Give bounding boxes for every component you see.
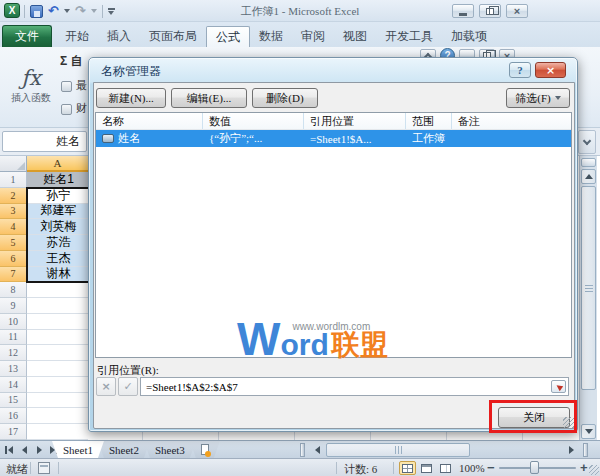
select-all-corner[interactable]	[0, 156, 27, 172]
cell-a12[interactable]	[27, 345, 90, 361]
column-header-comment[interactable]: 备注	[452, 113, 571, 129]
window-resize-grip[interactable]	[589, 465, 599, 475]
new-name-button[interactable]: 新建(N)...	[96, 88, 166, 108]
cell-a16[interactable]	[27, 408, 90, 424]
scroll-down-button[interactable]	[581, 424, 596, 439]
name-box[interactable]: 姓名	[2, 131, 87, 152]
minimize-button[interactable]	[452, 4, 474, 18]
tab-formulas[interactable]: 公式	[206, 26, 250, 47]
tab-file[interactable]: 文件	[2, 25, 52, 47]
separator	[393, 462, 394, 474]
zoom-out-icon[interactable]: −	[487, 460, 495, 475]
dialog-close-icon[interactable]: ×	[535, 62, 566, 78]
financial-button[interactable]: 财	[61, 101, 87, 116]
filter-button[interactable]: 筛选(F)	[506, 88, 570, 108]
row-header[interactable]: 7	[0, 267, 27, 283]
close-button[interactable]: ×	[506, 4, 528, 18]
tab-splitter[interactable]	[300, 443, 305, 457]
tab-data[interactable]: 数据	[250, 26, 292, 47]
hscroll-thumb[interactable]	[326, 443, 470, 457]
tab-page-layout[interactable]: 页面布局	[140, 26, 206, 47]
column-header-a[interactable]: A	[27, 156, 89, 172]
tab-home[interactable]: 开始	[56, 26, 98, 47]
names-list[interactable]: 名称 数值 引用位置 范围 备注 姓名 {“孙宁”;“... =Sheet1!$…	[95, 112, 572, 358]
sheet-tabs: Sheet1 Sheet2 Sheet3	[58, 441, 220, 458]
entry-value-cell: {“孙宁”;“...	[203, 130, 304, 147]
dialog-help-button[interactable]: ?	[509, 62, 531, 78]
tab-developer[interactable]: 开发工具	[376, 26, 442, 47]
row-header[interactable]: 1	[0, 172, 27, 188]
sheet-row: 17	[0, 424, 90, 440]
sheet-row: 15	[0, 393, 90, 409]
row-header[interactable]: 11	[0, 330, 27, 346]
cell-a8[interactable]	[27, 282, 90, 298]
row-header[interactable]: 8	[0, 282, 27, 298]
scroll-up-button[interactable]	[581, 169, 596, 184]
collapse-dialog-icon[interactable]	[551, 380, 566, 393]
column-header-refers-to[interactable]: 引用位置	[304, 113, 406, 129]
autosum-button[interactable]: Σ 自	[60, 53, 83, 70]
zoom-slider-thumb[interactable]	[530, 461, 539, 474]
column-header-scope[interactable]: 范围	[406, 113, 452, 129]
row-header[interactable]: 15	[0, 393, 27, 409]
row-header[interactable]: 12	[0, 345, 27, 361]
hscroll-right-button[interactable]	[564, 443, 578, 457]
zoom-in-icon[interactable]: +	[580, 460, 588, 475]
cell-a15[interactable]	[27, 393, 90, 409]
column-header-value[interactable]: 数值	[203, 113, 304, 129]
page-layout-view-icon[interactable]	[418, 461, 435, 475]
tab-sheet3[interactable]: Sheet3	[144, 441, 196, 458]
refers-to-input[interactable]: =Sheet1!$A$2:$A$7	[140, 377, 569, 396]
cell-a13[interactable]	[27, 361, 90, 377]
cell-a14[interactable]	[27, 377, 90, 393]
record-macro-icon[interactable]	[38, 462, 50, 474]
tab-sheet1[interactable]: Sheet1	[52, 441, 104, 458]
tab-view[interactable]: 视图	[334, 26, 376, 47]
entry-name-cell: 姓名	[96, 130, 203, 147]
restore-button[interactable]	[479, 4, 501, 18]
recently-used-button[interactable]: 最	[61, 78, 87, 93]
tab-insert[interactable]: 插入	[98, 26, 140, 47]
first-sheet-icon[interactable]	[3, 443, 15, 456]
cell-a10[interactable]	[27, 314, 90, 330]
normal-view-icon[interactable]	[399, 461, 416, 475]
delete-name-button[interactable]: 删除(D)	[252, 88, 318, 108]
row-header[interactable]: 14	[0, 377, 27, 393]
insert-function-button[interactable]: ƒx 插入函数	[4, 51, 58, 122]
row-header[interactable]: 13	[0, 361, 27, 377]
cell-a9[interactable]	[27, 298, 90, 314]
row-header[interactable]: 5	[0, 235, 27, 251]
split-handle[interactable]	[581, 158, 596, 167]
row-header[interactable]: 16	[0, 408, 27, 424]
tab-navigation	[3, 443, 60, 456]
insert-worksheet-icon[interactable]	[190, 441, 220, 458]
ribbon-tabs: 文件 开始 插入 页面布局 公式 数据 审阅 视图 开发工具 加载项	[2, 25, 496, 47]
vertical-scrollbar[interactable]	[579, 156, 597, 440]
row-header[interactable]: 2	[0, 188, 27, 204]
tab-review[interactable]: 审阅	[292, 26, 334, 47]
tab-sheet2[interactable]: Sheet2	[98, 441, 150, 458]
hscroll-splitter[interactable]	[583, 443, 588, 457]
scrollbar-thumb[interactable]	[581, 186, 596, 390]
name-manager-dialog: 名称管理器 ? × 新建(N)... 编辑(E)... 删除(D) 筛选(F) …	[88, 57, 578, 432]
row-header[interactable]: 4	[0, 219, 27, 235]
sheet-row: 14	[0, 377, 90, 393]
cell-a1[interactable]: 姓名1	[27, 172, 90, 188]
row-header[interactable]: 9	[0, 298, 27, 314]
previous-sheet-icon[interactable]	[18, 443, 30, 456]
name-entry-row-selected[interactable]: 姓名 {“孙宁”;“... =Sheet1!$A... 工作簿	[96, 130, 571, 147]
column-header-name[interactable]: 名称	[96, 113, 203, 129]
expand-formula-bar-button[interactable]	[578, 130, 596, 154]
cell-a11[interactable]	[27, 330, 90, 346]
row-header[interactable]: 17	[0, 424, 27, 440]
row-header[interactable]: 6	[0, 251, 27, 267]
hscroll-left-button[interactable]	[310, 443, 324, 457]
edit-name-button[interactable]: 编辑(E)...	[171, 88, 247, 108]
row-header[interactable]: 10	[0, 314, 27, 330]
next-sheet-icon[interactable]	[33, 443, 45, 456]
cell-a17[interactable]	[27, 424, 90, 440]
tab-addins[interactable]: 加载项	[442, 26, 496, 47]
row-header[interactable]: 3	[0, 204, 27, 220]
zoom-level[interactable]: 100%	[459, 462, 485, 474]
page-break-view-icon[interactable]	[437, 461, 454, 475]
